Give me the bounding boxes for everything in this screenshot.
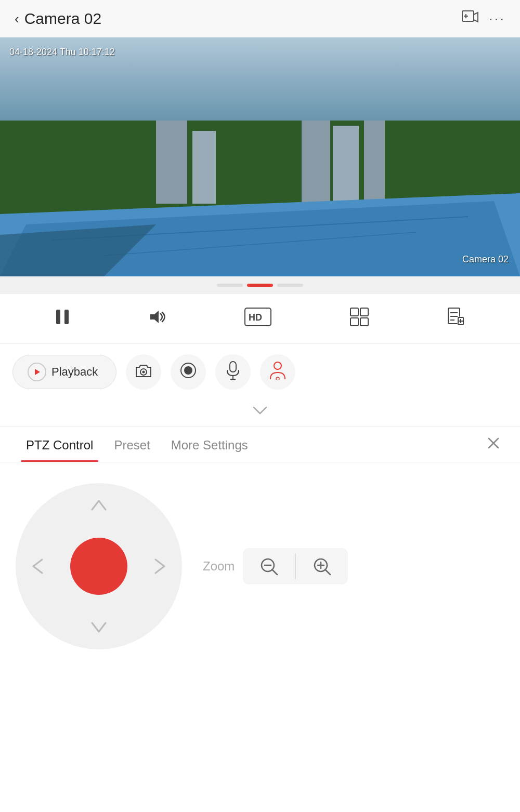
volume-icon	[148, 309, 166, 329]
svg-point-36	[274, 362, 281, 369]
ptz-down-button[interactable]	[86, 617, 112, 638]
svg-rect-8	[364, 121, 385, 209]
svg-rect-14	[56, 310, 60, 324]
document-icon	[447, 308, 465, 330]
tab-preset-label: Preset	[114, 438, 150, 452]
svg-rect-18	[350, 308, 358, 316]
ptz-content: Zoom	[16, 483, 504, 649]
document-button[interactable]	[439, 303, 473, 334]
zoom-label: Zoom	[203, 559, 235, 574]
svg-point-30	[142, 370, 145, 373]
zoom-row: Zoom	[203, 548, 348, 584]
chevron-row	[0, 400, 520, 426]
ptz-up-button[interactable]	[86, 495, 112, 515]
person-button[interactable]	[260, 354, 295, 390]
header-right: ···	[462, 10, 505, 27]
playback-button[interactable]: Playback	[12, 355, 116, 389]
camera-name-overlay: Camera 02	[462, 254, 509, 265]
pause-icon	[55, 309, 70, 329]
microphone-icon	[226, 361, 240, 383]
camera-icon	[135, 363, 152, 381]
svg-rect-33	[230, 362, 236, 372]
svg-rect-4	[156, 121, 187, 204]
volume-button[interactable]	[140, 304, 174, 333]
back-button[interactable]: ‹	[15, 11, 19, 27]
directional-pad	[16, 483, 182, 649]
svg-rect-19	[360, 308, 368, 316]
playback-icon	[28, 363, 46, 381]
more-button[interactable]: ···	[489, 10, 505, 27]
record-icon	[180, 362, 197, 382]
ptz-left-button[interactable]	[27, 553, 48, 579]
svg-line-42	[272, 569, 277, 575]
header-left: ‹ Camera 02	[15, 10, 101, 28]
svg-point-32	[184, 366, 192, 375]
camera-feed: 04-18-2024 Thu 10:17:12 Camera 02	[0, 37, 520, 276]
ptz-section: Zoom	[0, 462, 520, 812]
tab-preset[interactable]: Preset	[103, 427, 160, 462]
header: ‹ Camera 02 ···	[0, 0, 520, 37]
record-button[interactable]	[171, 354, 206, 390]
svg-point-37	[276, 377, 279, 380]
action-row: Playback	[0, 344, 520, 400]
indicator-dot-3	[277, 284, 303, 287]
person-icon	[269, 361, 286, 383]
tab-close-button[interactable]	[483, 431, 504, 458]
playback-label: Playback	[51, 365, 98, 379]
zoom-controls: Zoom	[203, 548, 348, 584]
controls-bar: HD	[0, 294, 520, 344]
tab-settings-label: More Settings	[171, 438, 248, 452]
ptz-right-button[interactable]	[150, 553, 171, 579]
tab-bar: PTZ Control Preset More Settings	[0, 427, 520, 462]
hd-icon: HD	[244, 308, 271, 330]
page-title: Camera 02	[24, 10, 101, 28]
svg-rect-20	[350, 318, 358, 326]
snapshot-button[interactable]	[126, 354, 161, 390]
ptz-center-button[interactable]	[70, 538, 127, 595]
pause-button[interactable]	[47, 304, 78, 333]
tab-more-settings[interactable]: More Settings	[161, 427, 258, 462]
tab-ptz-control[interactable]: PTZ Control	[16, 427, 103, 462]
zoom-buttons	[243, 548, 348, 584]
layout-button[interactable]	[342, 303, 377, 334]
hd-button[interactable]: HD	[236, 303, 280, 334]
svg-rect-15	[64, 310, 69, 324]
zoom-out-button[interactable]	[243, 548, 295, 584]
svg-rect-5	[192, 131, 216, 204]
svg-rect-21	[360, 318, 368, 326]
svg-text:HD: HD	[249, 312, 262, 323]
zoom-in-button[interactable]	[296, 548, 348, 584]
indicator-dot-1	[217, 284, 243, 287]
add-video-button[interactable]	[462, 10, 478, 27]
microphone-button[interactable]	[215, 354, 251, 390]
indicator-bar	[0, 276, 520, 294]
layout-icon	[350, 308, 369, 330]
expand-button[interactable]	[253, 404, 267, 418]
camera-timestamp: 04-18-2024 Thu 10:17:12	[9, 47, 115, 58]
indicator-dot-2	[247, 284, 273, 287]
svg-line-46	[325, 569, 330, 575]
tab-ptz-label: PTZ Control	[26, 438, 93, 452]
